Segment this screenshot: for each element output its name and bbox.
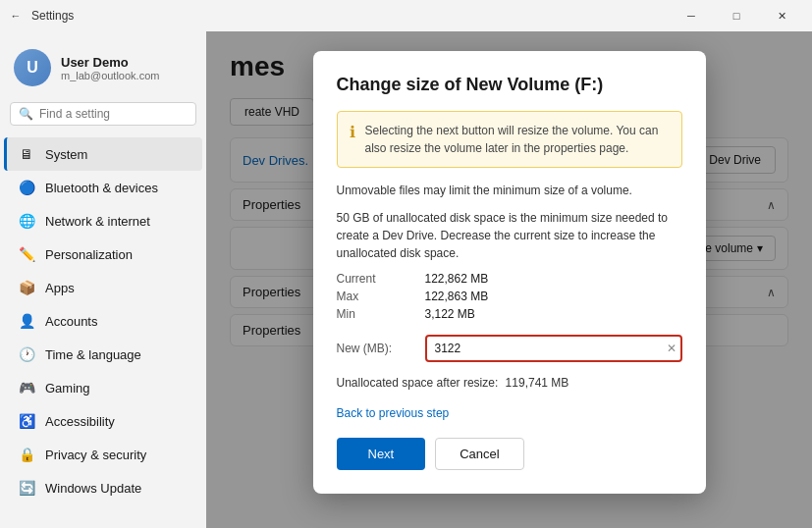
sidebar-item-accessibility[interactable]: ♿ Accessibility: [4, 404, 202, 438]
titlebar-controls: ─ □ ✕: [669, 0, 804, 31]
sidebar-label-gaming: Gaming: [45, 381, 90, 396]
accounts-icon: 👤: [18, 312, 35, 330]
sidebar-label-personalization: Personalization: [45, 247, 133, 262]
sidebar-item-privacy[interactable]: 🔒 Privacy & security: [4, 438, 202, 471]
personalization-icon: ✏️: [18, 245, 35, 263]
sidebar-item-personalization[interactable]: ✏️ Personalization: [4, 238, 202, 271]
bluetooth-icon: 🔵: [18, 179, 35, 196]
sidebar-label-system: System: [45, 147, 87, 162]
warning-text: Selecting the next button will resize th…: [365, 122, 670, 157]
max-label: Max: [337, 290, 425, 303]
back-button[interactable]: ←: [8, 8, 24, 24]
search-input[interactable]: [39, 107, 188, 121]
user-profile: U User Demo m_lab@outlook.com: [0, 39, 206, 102]
privacy-icon: 🔒: [18, 446, 35, 463]
sidebar-label-accounts: Accounts: [45, 314, 97, 329]
apps-icon: 📦: [18, 279, 35, 296]
min-size-row: Min 3,122 MB: [337, 307, 682, 321]
modal-overlay: Change size of New Volume (F:) ℹ Selecti…: [206, 31, 812, 528]
sidebar-label-time: Time & language: [45, 347, 141, 362]
max-size-row: Max 122,863 MB: [337, 290, 682, 303]
current-value: 122,862 MB: [425, 272, 489, 286]
warning-box: ℹ Selecting the next button will resize …: [337, 111, 682, 168]
min-value: 3,122 MB: [425, 307, 475, 321]
time-icon: 🕐: [18, 345, 35, 363]
sidebar-label-network: Network & internet: [45, 214, 150, 229]
sidebar-item-windows-update[interactable]: 🔄 Windows Update: [4, 471, 202, 504]
sidebar-item-network[interactable]: 🌐 Network & internet: [4, 204, 202, 238]
sidebar-item-apps[interactable]: 📦 Apps: [4, 271, 202, 304]
unallocated-text: Unallocated space after resize: 119,741 …: [337, 376, 682, 390]
update-icon: 🔄: [18, 479, 35, 497]
minimize-button[interactable]: ─: [669, 0, 714, 31]
size-table: Current 122,862 MB Max 122,863 MB Min 3,…: [337, 272, 682, 321]
warning-icon: ℹ: [350, 123, 355, 157]
sidebar-label-windows-update: Windows Update: [45, 481, 141, 496]
titlebar-title: Settings: [31, 9, 74, 23]
titlebar-left: ← Settings: [8, 8, 669, 24]
dialog-title: Change size of New Volume (F:): [337, 75, 682, 95]
close-button[interactable]: ✕: [759, 0, 804, 31]
search-icon: 🔍: [19, 107, 33, 121]
system-icon: 🖥: [18, 145, 35, 163]
sidebar-label-apps: Apps: [45, 281, 75, 295]
sidebar-item-bluetooth[interactable]: 🔵 Bluetooth & devices: [4, 171, 202, 204]
current-size-row: Current 122,862 MB: [337, 272, 682, 286]
maximize-button[interactable]: □: [714, 0, 759, 31]
search-box[interactable]: 🔍: [10, 102, 196, 126]
new-size-label: New (MB):: [337, 342, 425, 355]
dialog-footer: Next Cancel: [337, 438, 682, 470]
gaming-icon: 🎮: [18, 379, 35, 396]
user-name: User Demo: [61, 55, 159, 70]
sidebar-item-time[interactable]: 🕐 Time & language: [4, 338, 202, 371]
avatar: U: [14, 49, 51, 86]
dialog-desc-text: 50 GB of unallocated disk space is the m…: [337, 209, 682, 262]
accessibility-icon: ♿: [18, 412, 35, 430]
right-panel: mes reate VHD Attach VHD Dev Drives. Cre…: [206, 31, 812, 528]
sidebar-label-accessibility: Accessibility: [45, 414, 115, 429]
dialog-info-text: Unmovable files may limit the minimum si…: [337, 182, 682, 199]
change-size-dialog: Change size of New Volume (F:) ℹ Selecti…: [313, 51, 706, 494]
sidebar-label-privacy: Privacy & security: [45, 448, 146, 462]
back-link[interactable]: Back to previous step: [337, 406, 450, 420]
current-label: Current: [337, 272, 425, 286]
sidebar-item-accounts[interactable]: 👤 Accounts: [4, 304, 202, 338]
cancel-button[interactable]: Cancel: [435, 438, 523, 470]
main-content: U User Demo m_lab@outlook.com 🔍 🖥 System…: [0, 31, 812, 528]
new-size-input[interactable]: [425, 335, 682, 362]
sidebar-nav: 🖥 System 🔵 Bluetooth & devices 🌐 Network…: [0, 137, 206, 504]
sidebar: U User Demo m_lab@outlook.com 🔍 🖥 System…: [0, 31, 206, 528]
next-button[interactable]: Next: [337, 438, 426, 470]
user-email: m_lab@outlook.com: [61, 70, 159, 81]
titlebar: ← Settings ─ □ ✕: [0, 0, 812, 31]
sidebar-item-system[interactable]: 🖥 System: [4, 137, 202, 171]
min-label: Min: [337, 307, 425, 321]
sidebar-item-gaming[interactable]: 🎮 Gaming: [4, 371, 202, 404]
user-info: User Demo m_lab@outlook.com: [61, 55, 159, 81]
sidebar-label-bluetooth: Bluetooth & devices: [45, 181, 158, 195]
new-size-row: New (MB): ✕: [337, 335, 682, 362]
max-value: 122,863 MB: [425, 290, 489, 303]
new-size-input-wrap: ✕: [425, 335, 682, 362]
input-clear-button[interactable]: ✕: [667, 342, 677, 355]
network-icon: 🌐: [18, 212, 35, 230]
